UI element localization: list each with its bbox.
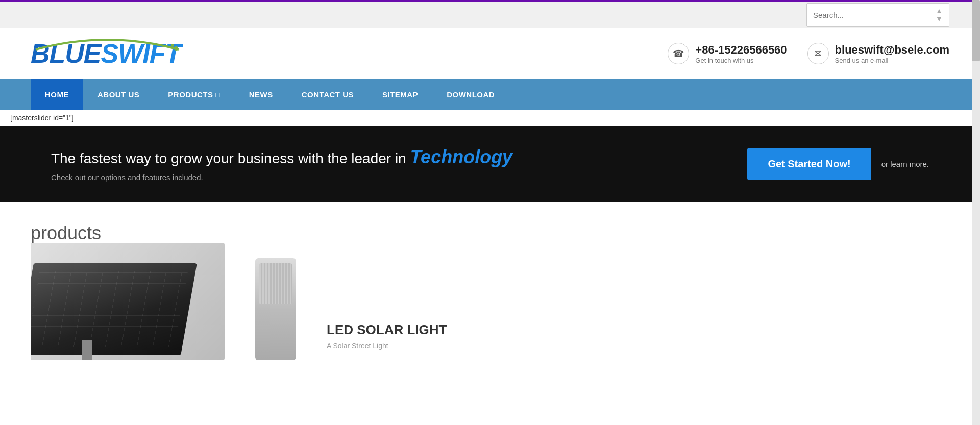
slider-notice: [masterslider id="1"] (0, 110, 980, 126)
email-label: Send us an e-mail (835, 57, 949, 64)
scrollbar[interactable] (972, 0, 980, 425)
nav-item-sitemap[interactable]: SITEMAP (368, 79, 432, 110)
cta-actions: Get Started Now! or learn more. (747, 148, 929, 180)
email-info: blueswift@bsele.com Send us an e-mail (835, 43, 949, 64)
logo: BLUE SWIFT (31, 38, 668, 69)
search-input[interactable] (813, 11, 936, 19)
product-title: LED SOLAR LIGHT (327, 322, 949, 338)
product-image-slim (255, 258, 296, 360)
products-label: products (31, 222, 101, 244)
product-image-solar (31, 243, 225, 360)
logo-area: BLUE SWIFT (31, 38, 668, 69)
solar-panel-shape (31, 263, 197, 355)
cta-headline-tech: Technology (410, 146, 512, 167)
svg-point-1 (171, 44, 174, 47)
contact-email-item: ✉ blueswift@bsele.com Send us an e-mail (807, 43, 949, 64)
learn-more-text: or learn more. (881, 160, 929, 168)
cta-subtext: Check out our options and features inclu… (51, 173, 512, 182)
email-address: blueswift@bsele.com (835, 43, 949, 57)
top-bar: ▲▼ (0, 0, 980, 28)
phone-number: +86-15226566560 (695, 43, 787, 57)
nav-item-contact[interactable]: CONTACT US (287, 79, 368, 110)
products-row: LED SOLAR LIGHT A Solar Street Light (31, 243, 949, 360)
nav-item-download[interactable]: DOWNLOAD (432, 79, 509, 110)
scrollbar-thumb[interactable] (972, 0, 980, 61)
cta-headline-pre: The fastest way to grow your business wi… (51, 151, 406, 166)
phone-icon: ☎ (668, 43, 689, 64)
cta-headline: The fastest way to grow your business wi… (51, 146, 512, 168)
contact-area: ☎ +86-15226566560 Get in touch with us ✉… (668, 43, 949, 64)
search-arrow-icon[interactable]: ▲▼ (936, 7, 943, 23)
cta-banner: The fastest way to grow your business wi… (0, 126, 980, 202)
nav-item-products[interactable]: PRODUCTS □ (154, 79, 234, 110)
main-nav: HOME ABOUT US PRODUCTS □ NEWS CONTACT US… (0, 79, 980, 110)
phone-info: +86-15226566560 Get in touch with us (695, 43, 787, 64)
get-started-button[interactable]: Get Started Now! (747, 148, 871, 180)
product-info: LED SOLAR LIGHT A Solar Street Light (327, 322, 949, 360)
nav-item-about[interactable]: ABOUT US (83, 79, 154, 110)
search-box[interactable]: ▲▼ (806, 3, 949, 27)
phone-label: Get in touch with us (695, 57, 787, 64)
nav-item-news[interactable]: NEWS (235, 79, 287, 110)
solar-stand-shape (82, 340, 92, 360)
contact-phone-item: ☎ +86-15226566560 Get in touch with us (668, 43, 787, 64)
nav-item-home[interactable]: HOME (31, 79, 83, 110)
svg-point-0 (174, 46, 178, 51)
products-section: products LED SOLAR LIGHT A Solar Street … (0, 202, 980, 391)
product-subtitle: A Solar Street Light (327, 342, 949, 350)
cta-text-area: The fastest way to grow your business wi… (51, 146, 512, 182)
logo-arc-icon (31, 35, 184, 51)
header: BLUE SWIFT ☎ +86-15226566560 Get in touc… (0, 28, 980, 79)
email-icon: ✉ (807, 43, 829, 64)
